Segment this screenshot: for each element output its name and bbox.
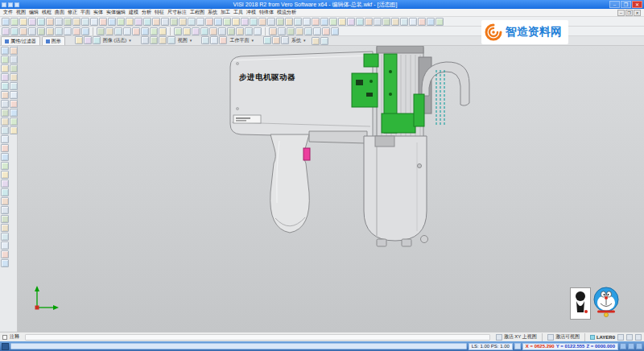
toolbar-icon[interactable] [322, 27, 330, 35]
grid-icon[interactable] [514, 343, 521, 349]
toolbar-icon[interactable] [2, 27, 10, 35]
coord-mode-icon[interactable] [620, 343, 626, 349]
toolbar-icon[interactable] [223, 18, 231, 26]
toolbar-icon[interactable] [312, 37, 320, 45]
toolbar-icon[interactable] [105, 27, 114, 35]
toolbar-icon[interactable] [72, 27, 80, 35]
toolbar-icon[interactable] [1, 109, 9, 117]
toolbar-icon[interactable] [55, 18, 63, 26]
toolbar-icon[interactable] [267, 18, 275, 26]
toolbar-icon[interactable] [123, 27, 131, 35]
mdi-minimize-button[interactable]: – [617, 10, 625, 16]
toolbar-icon[interactable] [276, 18, 284, 26]
toolbar-icon[interactable] [1, 100, 9, 108]
toolbar-icon[interactable] [287, 27, 295, 35]
toolbar-icon[interactable] [1, 56, 9, 64]
toolbar-icon[interactable] [183, 27, 191, 35]
menu-item[interactable]: 系统 [208, 9, 217, 16]
toolbar-icon[interactable] [320, 37, 328, 45]
toolbar-icon[interactable] [1, 91, 9, 99]
toolbar-icon[interactable] [19, 18, 27, 26]
menu-item[interactable]: 线框 [42, 9, 52, 16]
tab-properties-filter[interactable]: 属性/过滤器 [1, 36, 40, 45]
menu-item[interactable]: 平面 [80, 9, 90, 16]
toolbar-icon[interactable] [1, 73, 9, 81]
toolbar-icon[interactable] [218, 27, 226, 35]
toolbar-icon[interactable] [347, 18, 355, 26]
toolbar-icon[interactable] [10, 118, 18, 126]
menu-item[interactable]: 实体 [93, 9, 103, 16]
menu-item[interactable]: 视图 [16, 9, 26, 16]
toolbar-icon[interactable] [1, 259, 9, 267]
toolbar-icon[interactable] [161, 18, 169, 26]
toolbar-icon[interactable] [338, 18, 346, 26]
toolbar-icon[interactable] [188, 18, 196, 26]
toolbar-icon[interactable] [232, 18, 240, 26]
toolbar-icon[interactable] [250, 18, 258, 26]
toolbar-icon[interactable] [84, 36, 92, 44]
toolbar-icon[interactable] [210, 36, 218, 44]
tab-graphics[interactable]: 图形 [42, 36, 65, 45]
toolbar-icon[interactable] [1, 250, 9, 258]
toolbar-icon[interactable] [356, 18, 364, 26]
toolbar-icon[interactable] [365, 18, 373, 26]
toolbar-icon[interactable] [1, 233, 9, 241]
toolbar-icon[interactable] [201, 36, 209, 44]
toolbar-icon[interactable] [245, 27, 253, 35]
toolbar-icon[interactable] [1, 180, 9, 188]
toolbar-icon[interactable] [236, 27, 244, 35]
toolbar-icon[interactable] [200, 27, 208, 35]
mdi-restore-button[interactable]: ❐ [625, 10, 633, 16]
toolbar-icon[interactable] [90, 18, 98, 26]
menu-item[interactable]: 文件 [3, 9, 13, 16]
toolbar-icon[interactable] [436, 18, 444, 26]
toolbar-icon[interactable] [64, 18, 72, 26]
toolbar-icon[interactable] [313, 27, 321, 35]
quick-access-icon[interactable] [8, 2, 13, 7]
toolbar-icon[interactable] [382, 18, 390, 26]
toolbar-icon[interactable] [1, 188, 9, 196]
toolbar-icon[interactable] [1, 162, 9, 170]
toolbar-icon[interactable] [93, 36, 101, 44]
toolbar-icon[interactable] [10, 47, 18, 55]
toolbar-icon[interactable] [159, 27, 167, 35]
toolbar-icon[interactable] [10, 126, 18, 134]
toolbar-icon[interactable] [320, 18, 328, 26]
toolbar-icon[interactable] [258, 18, 266, 26]
toolbar-icon[interactable] [304, 27, 312, 35]
toolbar-icon[interactable] [400, 18, 408, 26]
toolbar-icon[interactable] [1, 144, 9, 152]
toolbar-icon[interactable] [1, 215, 9, 223]
toolbar-icon[interactable] [81, 27, 89, 35]
toolbar-icon[interactable] [19, 27, 27, 35]
toolbar-icon[interactable] [269, 27, 277, 35]
toolbar-icon[interactable] [1, 135, 9, 143]
ortho-toggle-icon[interactable] [635, 334, 642, 341]
menu-item[interactable]: 加工 [221, 9, 230, 16]
toolbar-icon[interactable] [81, 18, 89, 26]
toolbar-icon[interactable] [1, 242, 9, 250]
tracking-icon[interactable] [636, 343, 642, 349]
units-icon[interactable] [628, 343, 634, 349]
toolbar-icon[interactable] [294, 18, 302, 26]
toolbar-icon[interactable] [285, 18, 293, 26]
prompt-icon[interactable] [2, 343, 9, 350]
toolbar-icon[interactable] [28, 27, 36, 35]
toolbar-icon[interactable] [152, 18, 160, 26]
grid-toggle-icon[interactable] [626, 334, 633, 341]
toolbar-icon[interactable] [295, 27, 303, 35]
toolbar-icon[interactable] [170, 18, 178, 26]
ribbon-group-label[interactable]: 图像 (活态) [103, 37, 127, 44]
toolbar-icon[interactable] [37, 27, 45, 35]
menu-item[interactable]: 特殊体 [259, 9, 274, 16]
ribbon-group-label[interactable]: 系统 [291, 37, 301, 44]
note-checkbox[interactable] [2, 335, 7, 340]
toolbar-icon[interactable] [10, 91, 18, 99]
minimize-button[interactable]: – [609, 1, 620, 8]
toolbar-icon[interactable] [1, 82, 9, 90]
toolbar-icon[interactable] [174, 27, 182, 35]
toolbar-icon[interactable] [1, 171, 9, 179]
menu-item[interactable]: 曲面 [55, 9, 64, 16]
menu-item[interactable]: 编辑 [29, 9, 39, 16]
toolbar-icon[interactable] [114, 27, 122, 35]
